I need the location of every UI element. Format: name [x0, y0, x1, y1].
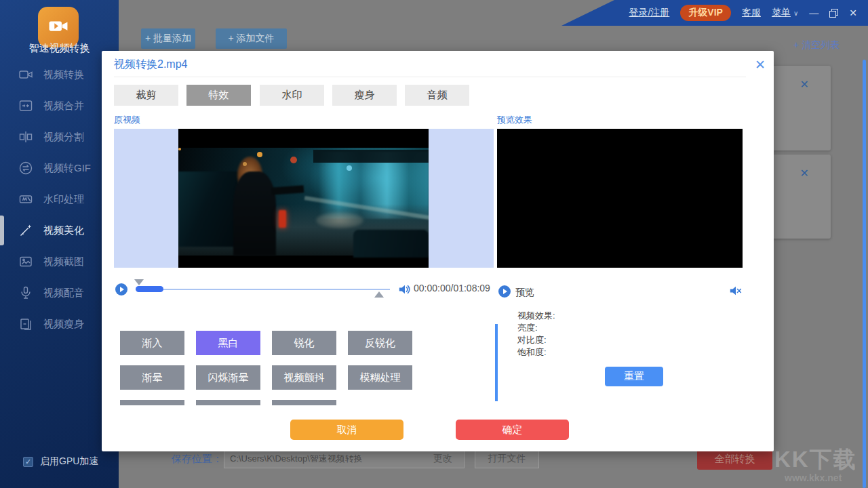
app-window: + 批量添加 + 添加文件 + 清空列表 ✕ ✕ 保存位置： 更改 打开文件 全… — [0, 0, 868, 488]
slim-icon — [18, 317, 33, 331]
wand-icon — [18, 223, 33, 238]
sidebar-item-label: 视频转GIF — [43, 162, 91, 175]
cancel-button[interactable]: 取消 — [290, 420, 403, 440]
source-video-panel — [114, 129, 494, 268]
source-video-frame — [178, 129, 429, 268]
sidebar-item-video-to-gif[interactable]: 视频转GIF — [0, 152, 119, 184]
effect-button-clipped[interactable] — [196, 400, 260, 405]
sidebar-item-label: 视频美化 — [43, 224, 84, 237]
dialog-title: 视频转换2.mp4 — [114, 58, 187, 72]
change-path-button[interactable]: 更改 — [422, 453, 464, 465]
effect-video-shake-button[interactable]: 视频颤抖 — [272, 365, 336, 390]
reset-button[interactable]: 重置 — [605, 367, 663, 386]
watermark-text: KK下载 — [774, 445, 857, 475]
save-location-label: 保存位置： — [172, 453, 222, 466]
mic-icon — [18, 285, 33, 300]
playback-time: 00:00:00/01:08:09 — [414, 282, 499, 295]
remove-file-icon[interactable]: ✕ — [800, 168, 809, 179]
login-register-link[interactable]: 登录/注册 — [629, 7, 669, 19]
trim-start-marker[interactable] — [134, 279, 144, 285]
batch-add-button[interactable]: + 批量添加 — [141, 28, 195, 49]
open-file-button[interactable]: 打开文件 — [475, 449, 539, 468]
customer-service-link[interactable]: 客服 — [742, 7, 761, 19]
panel-scrollbar[interactable] — [495, 324, 498, 401]
play-button[interactable] — [115, 283, 127, 296]
effects-grid: 渐入 黑白 锐化 反锐化 渐晕 闪烁渐晕 视频颤抖 模糊处理 — [120, 331, 418, 405]
minimize-button[interactable]: — — [809, 7, 818, 18]
trim-end-marker[interactable] — [374, 291, 384, 298]
tab-audio[interactable]: 音频 — [405, 85, 469, 106]
save-path-input[interactable] — [224, 453, 422, 464]
tab-crop[interactable]: 裁剪 — [114, 85, 178, 106]
sidebar-item-label: 视频配音 — [43, 287, 84, 300]
tab-watermark[interactable]: 水印 — [260, 85, 324, 106]
checkbox-checked-icon[interactable]: ✓ — [23, 457, 33, 467]
sidebar-item-label: 视频瘦身 — [43, 318, 84, 331]
video-camera-logo-icon — [47, 16, 70, 39]
sidebar-item-label: 视频合并 — [43, 100, 84, 113]
sidebar: 智速视频转换 视频转换 视频合并 视频分割 视频转GIF — [0, 0, 119, 488]
remove-file-icon[interactable]: ✕ — [800, 79, 809, 90]
sidebar-item-label: 视频截图 — [43, 256, 84, 268]
maximize-icon — [829, 9, 838, 18]
sidebar-item-video-snapshot[interactable]: 视频截图 — [0, 246, 119, 277]
seek-progress-fill — [136, 286, 163, 292]
sidebar-item-video-split[interactable]: 视频分割 — [0, 121, 119, 152]
watermark-icon — [18, 192, 33, 207]
confirm-button[interactable]: 确定 — [456, 420, 569, 440]
tab-effects[interactable]: 特效 — [186, 85, 251, 106]
titlebar: 登录/注册 升级VIP 客服 菜单 ∨ — ✕ — [561, 0, 868, 26]
convert-all-button[interactable]: 全部转换 — [697, 449, 772, 470]
tab-slim[interactable]: 瘦身 — [332, 85, 397, 106]
sidebar-item-watermark[interactable]: 水印处理 — [0, 184, 119, 215]
sidebar-item-video-slim[interactable]: 视频瘦身 — [0, 308, 119, 340]
preview-video-panel — [497, 129, 743, 268]
video-effect-title: 视频效果: — [517, 310, 555, 322]
gpu-acceleration-label: 启用GPU加速 — [40, 455, 98, 468]
convert-icon — [18, 161, 33, 176]
volume-icon[interactable] — [398, 283, 412, 296]
divider — [114, 77, 746, 77]
effect-fade-in-button[interactable]: 渐入 — [120, 331, 184, 355]
upgrade-vip-button[interactable]: 升级VIP — [680, 5, 731, 21]
sidebar-item-video-convert[interactable]: 视频转换 — [0, 59, 119, 90]
effect-unsharpen-button[interactable]: 反锐化 — [348, 331, 412, 355]
menu-label: 菜单 — [772, 7, 791, 19]
menu-dropdown[interactable]: 菜单 ∨ — [772, 7, 798, 19]
app-name: 智速视频转换 — [0, 42, 119, 55]
app-logo — [38, 7, 79, 47]
maximize-button[interactable] — [829, 9, 838, 18]
split-icon — [18, 129, 33, 144]
clear-list-button[interactable]: + 清空列表 — [793, 39, 840, 52]
effect-sharpen-button[interactable]: 锐化 — [272, 331, 336, 355]
preview-play-button[interactable] — [498, 285, 511, 298]
effect-black-white-button[interactable]: 黑白 — [196, 331, 260, 355]
saturation-label: 饱和度: — [517, 347, 547, 357]
brightness-row: 亮度: — [517, 322, 538, 333]
chevron-down-icon: ∨ — [793, 9, 798, 17]
close-window-button[interactable]: ✕ — [849, 7, 857, 18]
list-scrollbar[interactable] — [863, 60, 866, 488]
effect-button-clipped[interactable] — [272, 400, 336, 405]
mute-icon[interactable] — [729, 285, 743, 297]
gpu-acceleration-toggle[interactable]: ✓ 启用GPU加速 — [23, 455, 98, 468]
effect-flicker-vignette-button[interactable]: 闪烁渐晕 — [196, 365, 260, 390]
seek-slider[interactable] — [136, 289, 390, 290]
effect-blur-button[interactable]: 模糊处理 — [348, 365, 412, 390]
video-effects-dialog: 视频转换2.mp4 ✕ 裁剪 特效 水印 瘦身 音频 原视频 预览效果 — [102, 51, 774, 451]
sidebar-item-label: 视频转换 — [43, 68, 84, 81]
sidebar-item-video-beautify[interactable]: 视频美化 — [0, 215, 119, 246]
effect-vignette-button[interactable]: 渐晕 — [120, 365, 184, 390]
source-video-label: 原视频 — [114, 114, 140, 126]
merge-icon — [18, 98, 33, 113]
sidebar-item-video-merge[interactable]: 视频合并 — [0, 90, 119, 121]
saturation-row: 饱和度: — [517, 346, 547, 358]
dialog-close-icon[interactable]: ✕ — [755, 58, 766, 71]
video-scene — [178, 148, 429, 256]
camera-icon — [18, 67, 33, 82]
add-file-button[interactable]: + 添加文件 — [216, 28, 287, 49]
effect-button-clipped[interactable] — [120, 400, 184, 405]
preview-effect-label: 预览效果 — [497, 114, 532, 126]
sidebar-item-label: 视频分割 — [43, 131, 84, 144]
sidebar-item-video-dubbing[interactable]: 视频配音 — [0, 277, 119, 308]
